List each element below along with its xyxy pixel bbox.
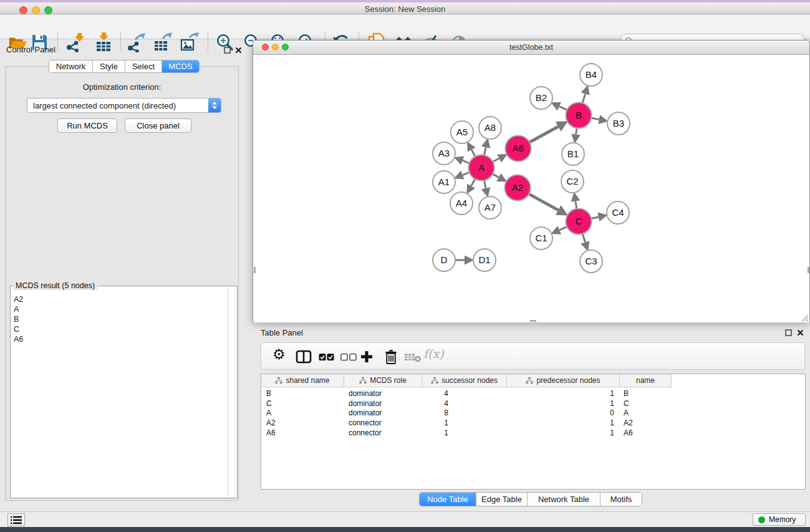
export-image-icon[interactable] [179,32,200,53]
run-mcds-button[interactable]: Run MCDS [57,118,117,133]
table-cell-r0-c4[interactable]: B [624,389,629,399]
table-cell-r2-c2[interactable]: 8 [398,409,448,418]
graph-edge-A-A7[interactable] [485,181,486,188]
export-table-icon[interactable] [152,32,173,53]
tab-edge-table[interactable]: Edge Table [476,493,528,506]
column-header-MCDS-role[interactable]: MCDS role [344,374,422,387]
table-cell-r0-c0[interactable]: B [266,389,271,399]
table-cell-r4-c3[interactable]: 1 [564,428,614,438]
graph-node-label-D: D [441,254,448,265]
tab-select[interactable]: Select [125,60,162,72]
table-cell-r2-c1[interactable]: dominator [349,409,382,418]
graph-edge-A2-C[interactable] [529,194,558,210]
float-panel-icon[interactable] [224,46,231,56]
tab-network[interactable]: Network [49,60,93,72]
graph-edge-A-A1[interactable] [463,173,469,175]
tab-motifs[interactable]: Motifs [600,493,642,506]
column-layout-icon[interactable] [296,349,312,364]
canvas-right-scroll-mark[interactable] [808,267,809,273]
graph-edge-A-A3[interactable] [463,160,469,163]
mcds-result-item-B[interactable]: B [14,315,219,324]
table-cell-r4-c2[interactable]: 1 [398,428,448,438]
mcds-result-item-A6[interactable]: A6 [14,335,219,344]
node-table[interactable]: shared nameMCDS rolesuccessor nodesprede… [261,374,806,490]
column-type-icon [359,377,367,384]
graph-edge-B-B4[interactable] [582,94,585,103]
mcds-result-item-A2[interactable]: A2 [14,295,219,304]
table-cell-r1-c2[interactable]: 4 [398,399,448,409]
column-header-successor-nodes[interactable]: successor nodes [422,374,507,387]
import-network-icon[interactable] [65,32,86,53]
graph-edge-A-A8[interactable] [485,147,486,155]
mcds-result-scrollbar[interactable] [228,287,236,497]
dropdown-stepper-icon [208,99,221,112]
table-cell-r1-c0[interactable]: C [266,399,272,409]
graph-edge-B-B3[interactable] [592,118,599,119]
table-cell-r4-c1[interactable]: connector [349,428,382,438]
table-cell-r0-c1[interactable]: dominator [349,389,382,399]
settings-gear-icon[interactable]: ⚙ [272,347,286,362]
table-cell-r2-c4[interactable]: A [624,409,629,418]
table-cell-r3-c4[interactable]: A2 [624,418,633,428]
table-cell-r1-c3[interactable]: 1 [564,399,614,409]
graph-edge-C-C2[interactable] [576,201,577,208]
mcds-result-item-A[interactable]: A [14,305,219,314]
close-panel-button[interactable]: Close panel [125,118,191,133]
table-cell-r1-c1[interactable]: dominator [349,399,382,409]
column-type-icon [431,377,438,384]
memory-status-icon [758,516,765,523]
table-cell-r3-c2[interactable]: 1 [398,418,448,428]
graph-edge-C-C3[interactable] [582,235,585,243]
close-panel-icon[interactable] [235,46,242,56]
table-cell-r1-c4[interactable]: C [624,399,629,409]
table-cell-r0-c3[interactable]: 1 [564,389,614,399]
table-cell-r2-c0[interactable]: A [266,409,271,418]
table-cell-r3-c3[interactable]: 1 [564,418,614,428]
network-window-titlebar[interactable]: testGlobe.txt [253,41,809,55]
close-table-panel-icon[interactable] [797,329,804,338]
graph-edge-B-B1[interactable] [576,128,577,134]
table-cell-r3-c0[interactable]: A2 [266,418,276,428]
table-cell-r0-c2[interactable]: 4 [398,389,448,399]
mcds-result-item-C[interactable]: C [14,325,219,334]
column-header-label: predecessor nodes [536,376,600,385]
tab-mcds[interactable]: MCDS [162,60,199,72]
table-cell-r4-c0[interactable]: A6 [266,428,276,438]
mcds-result-group: MCDS result (5 nodes) A2ABCA6 [10,286,238,498]
export-network-icon[interactable] [125,32,147,53]
select-rows-icon[interactable] [319,349,335,364]
apply-function-icon[interactable]: f(x) [423,346,444,361]
graph-edge-A6-B[interactable] [530,127,558,142]
canvas-bottom-scroll-mark[interactable] [530,320,536,322]
resize-grip-icon[interactable] [799,312,809,322]
mcds-result-title: MCDS result (5 nodes) [13,281,97,290]
memory-button[interactable]: Memory [753,513,806,526]
tab-style[interactable]: Style [93,60,125,72]
delete-table-icon[interactable] [405,349,422,364]
import-table-icon[interactable] [93,32,114,53]
network-canvas[interactable]: B4B2BB3A8A5A6A3B1AA1C2A2A4A7C4CC1DD1C3 [254,55,809,322]
column-header-predecessor-nodes[interactable]: predecessor nodes [507,374,620,387]
tab-network-table[interactable]: Network Table [528,493,600,506]
column-header-shared-name[interactable]: shared name [261,374,344,387]
graph-edge-A-A5[interactable] [471,150,475,156]
add-column-icon[interactable] [360,349,374,364]
deselect-rows-icon[interactable] [340,349,357,364]
graph-edge-B-B2[interactable] [559,107,567,110]
criterion-dropdown[interactable]: largest connected component (directed) [27,98,221,113]
canvas-left-scroll-mark[interactable] [254,267,256,273]
task-history-button[interactable] [7,513,25,526]
graph-edge-C-C4[interactable] [592,217,599,218]
table-cell-r4-c4[interactable]: A6 [624,428,633,438]
graph-node-label-D1: D1 [478,254,490,265]
graph-edge-A-A4[interactable] [471,180,475,186]
graph-edge-A-A6[interactable] [493,158,499,162]
tab-node-table[interactable]: Node Table [420,493,476,506]
table-cell-r3-c1[interactable]: connector [349,418,382,428]
delete-column-icon[interactable] [383,349,398,364]
table-cell-r2-c3[interactable]: 0 [564,409,614,418]
graph-edge-A-A2[interactable] [493,174,499,177]
graph-edge-C-C1[interactable] [559,227,566,230]
float-table-panel-icon[interactable] [785,329,792,338]
column-header-name[interactable]: name [620,374,672,387]
